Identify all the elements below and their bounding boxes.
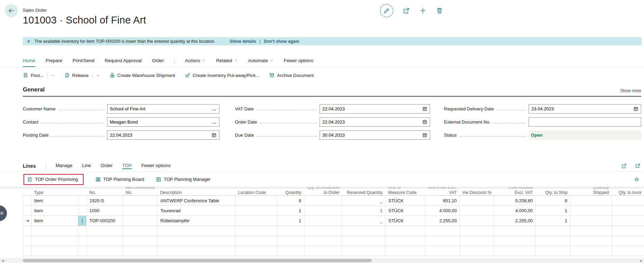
close-icon[interactable]: ✕ [27,39,30,44]
top-planning-manager-button[interactable]: TOP Planning Manager [156,177,210,182]
cell-line_amount_excl_vat[interactable]: 4.000,00 [494,206,536,216]
row-menu-icon[interactable]: ⋮ [78,216,86,226]
pin-button[interactable] [634,177,639,182]
cell-qty_to_invoice[interactable] [612,216,644,226]
lines-tab-order[interactable]: Order [101,163,113,169]
cell-qty_to_assemble_to_order[interactable] [304,216,342,226]
cell-quantity[interactable]: 8 [277,196,304,206]
tab-prepare[interactable]: Prepare [46,55,62,67]
posting-date-field[interactable]: 22.04.2023 [107,130,219,140]
fewer-options-tab[interactable]: Fewer options [284,55,313,67]
external-document-no-field[interactable] [529,117,641,127]
column-header-description[interactable]: Description [158,187,235,196]
dont-show-again-link[interactable]: Don't show again [264,39,299,44]
cell-line_amount_excl_vat[interactable]: 2.255,00 [494,216,536,226]
customer-name-field[interactable]: School of Fine Art… [107,104,219,114]
column-header-line_amount_excl_vat[interactable]: Line AmountExcl. VAT [494,187,536,196]
cell-unit_price_excl_vat[interactable]: 651,10 [425,196,460,206]
cell-quantity[interactable]: 1 [277,206,304,216]
cell-qty_to_invoice[interactable] [612,196,644,206]
order-date-field[interactable]: 22.04.2023 [320,117,430,127]
cell-description[interactable]: Rüttelstampfer [158,216,235,226]
release-button[interactable]: Release [64,72,89,78]
cell-qty_to_ship[interactable]: 1 [536,206,570,216]
lines-tab-top[interactable]: TOP [122,163,132,169]
lines-tab-line[interactable]: Line [82,163,91,169]
lines-fewer-options-tab[interactable]: Fewer options [141,163,171,169]
column-header-location_code[interactable]: Location Code [235,187,277,196]
cell-line_discount_pct[interactable] [460,206,494,216]
cell-item_reference_no[interactable] [123,206,158,216]
requested-delivery-date-field[interactable]: 23.04.2023 [529,104,641,114]
calendar-icon[interactable] [211,133,217,138]
calendar-icon[interactable] [422,106,427,111]
cell-reserved_quantity[interactable]: _ [342,196,386,206]
cell-line_amount_excl_vat[interactable]: 5.208,80 [494,196,536,206]
tab-actions[interactable]: Actions [185,55,206,67]
contact-field[interactable]: Meagan Bond… [107,117,219,127]
tab-print-send[interactable]: Print/Send [73,55,94,67]
cell-line_discount_pct[interactable] [460,196,494,206]
cell-qty_to_invoice[interactable] [612,206,644,216]
lookup-ellipsis-icon[interactable]: … [212,119,217,125]
cell-location_code[interactable] [235,196,277,206]
popout-button[interactable] [635,163,641,169]
horizontal-scrollbar[interactable]: ◀ ▶ [0,258,644,263]
lookup-ellipsis-icon[interactable]: … [212,106,217,111]
column-header-qty_to_invoice[interactable]: Qty. to Invoi [612,187,644,196]
cell-qty_to_assemble_to_order[interactable] [304,206,342,216]
cell-qty_to_ship[interactable]: 8 [536,196,570,206]
cell-unit_of_measure_code[interactable]: STÜCK [386,216,425,226]
column-header-quantity_shipped[interactable]: QuantityShipped [570,187,612,196]
row-selector-cell[interactable] [23,216,31,226]
show-more-link[interactable]: Show more [620,88,641,93]
cell-quantity[interactable]: 1 [277,216,304,226]
tab-home[interactable]: Home [23,55,35,67]
column-header-unit_price_excl_vat[interactable]: Unit Price Excl.VAT [425,187,460,196]
cell-item_reference_no[interactable] [123,196,158,206]
calendar-icon[interactable] [633,106,638,111]
cell-reserved_quantity[interactable]: _ [342,216,386,226]
cell-item_reference_no[interactable] [123,216,158,226]
row-menu-cell[interactable]: ⋮ [78,216,87,226]
create-inventory-put-away-pick-button[interactable]: Create Inventory Put-away/Pick... [185,72,259,78]
column-header-type[interactable]: Type [31,187,78,196]
row-menu-cell[interactable] [78,206,87,216]
floating-widget-button[interactable]: ✕ [0,205,7,221]
cell-description[interactable]: Tourenrad [158,206,235,216]
column-header-row_menu[interactable] [78,187,87,196]
cell-location_code[interactable] [235,206,277,216]
column-header-qty_to_ship[interactable]: Qty. to Ship [536,187,570,196]
column-header-item_reference_no[interactable]: Item ReferenceNo. [123,187,158,196]
cell-unit_price_excl_vat[interactable]: 2.255,00 [425,216,460,226]
tab-related[interactable]: Related [216,55,238,67]
cell-line_discount_pct[interactable] [460,216,494,226]
row-selector-cell[interactable] [23,196,31,206]
tab-request-approval[interactable]: Request Approval [105,55,142,67]
calendar-icon[interactable] [422,133,427,138]
show-details-link[interactable]: Show details [230,39,256,44]
cell-location_code[interactable] [235,216,277,226]
share-button[interactable] [403,7,410,14]
cell-unit_price_excl_vat[interactable]: 4.000,00 [425,206,460,216]
column-header-reserved_quantity[interactable]: Reserved Quantity [342,187,386,196]
vat-date-field[interactable]: 22.04.2023 [320,104,430,114]
column-header-quantity[interactable]: Quantity [277,187,304,196]
cell-type[interactable]: Item [31,206,78,216]
column-header-selector[interactable] [23,187,31,196]
create-warehouse-shipment-button[interactable]: Create Warehouse Shipment [110,72,175,78]
delete-button[interactable] [436,7,443,14]
calendar-icon[interactable] [422,119,427,125]
scrollbar-thumb[interactable] [23,259,372,262]
cell-reserved_quantity[interactable]: 1 [342,206,386,216]
post-button[interactable]: Post... [23,72,44,78]
cell-description[interactable]: ANTWERP Conference Table [158,196,235,206]
post-dropdown-button[interactable] [51,74,55,77]
cell-no[interactable]: 1920-S [87,196,123,206]
cell-unit_of_measure_code[interactable]: STÜCK [386,196,425,206]
row-selector-cell[interactable] [23,206,31,216]
release-dropdown-button[interactable] [96,74,100,77]
share-button[interactable] [621,163,627,169]
tab-order[interactable]: Order [152,55,164,67]
due-date-field[interactable]: 30.04.2023 [320,130,430,140]
